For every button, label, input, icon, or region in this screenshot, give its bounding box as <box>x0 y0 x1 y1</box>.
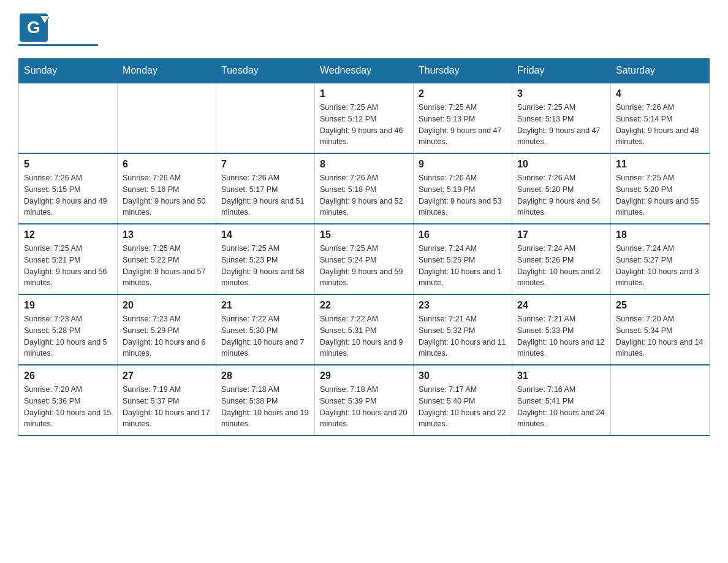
day-info: Daylight: 9 hours and 54 minutes. <box>517 196 605 219</box>
day-info: Sunset: 5:13 PM <box>419 113 507 125</box>
calendar-cell: 18Sunrise: 7:24 AMSunset: 5:27 PMDayligh… <box>611 224 710 294</box>
calendar-cell: 24Sunrise: 7:21 AMSunset: 5:33 PMDayligh… <box>512 294 611 365</box>
day-info: Sunset: 5:23 PM <box>221 255 309 266</box>
calendar-cell: 16Sunrise: 7:24 AMSunset: 5:25 PMDayligh… <box>414 224 512 294</box>
day-info: Sunrise: 7:19 AM <box>123 384 211 396</box>
calendar-cell: 9Sunrise: 7:26 AMSunset: 5:19 PMDaylight… <box>414 153 512 224</box>
day-info: Sunrise: 7:25 AM <box>24 243 112 255</box>
day-number: 27 <box>123 370 211 381</box>
day-number: 5 <box>24 159 112 170</box>
day-info: Daylight: 9 hours and 57 minutes. <box>123 266 211 289</box>
day-info: Sunset: 5:15 PM <box>24 184 112 196</box>
day-info: Sunset: 5:14 PM <box>616 113 704 125</box>
day-number: 16 <box>419 229 507 240</box>
day-info: Daylight: 10 hours and 19 minutes. <box>221 407 309 431</box>
day-info: Daylight: 9 hours and 46 minutes. <box>320 125 408 148</box>
day-info: Sunrise: 7:25 AM <box>221 243 309 255</box>
day-number: 6 <box>123 159 211 170</box>
day-info: Daylight: 9 hours and 47 minutes. <box>419 125 507 148</box>
calendar-cell: 14Sunrise: 7:25 AMSunset: 5:23 PMDayligh… <box>216 224 315 294</box>
day-info: Daylight: 10 hours and 20 minutes. <box>320 407 408 431</box>
calendar-cell: 2Sunrise: 7:25 AMSunset: 5:13 PMDaylight… <box>414 83 512 153</box>
calendar-cell: 8Sunrise: 7:26 AMSunset: 5:18 PMDaylight… <box>315 153 414 224</box>
day-info: Daylight: 9 hours and 55 minutes. <box>616 196 704 219</box>
calendar-cell: 10Sunrise: 7:26 AMSunset: 5:20 PMDayligh… <box>512 153 611 224</box>
day-info: Sunrise: 7:24 AM <box>517 243 605 255</box>
day-number: 17 <box>517 229 605 240</box>
day-info: Daylight: 10 hours and 17 minutes. <box>123 407 211 431</box>
calendar-cell: 4Sunrise: 7:26 AMSunset: 5:14 PMDaylight… <box>611 83 710 153</box>
calendar-cell: 28Sunrise: 7:18 AMSunset: 5:38 PMDayligh… <box>216 365 315 435</box>
day-info: Sunset: 5:31 PM <box>320 325 408 337</box>
day-info: Daylight: 10 hours and 14 minutes. <box>616 337 704 360</box>
day-info: Sunset: 5:17 PM <box>221 184 309 196</box>
day-number: 1 <box>320 88 408 99</box>
day-info: Sunrise: 7:21 AM <box>517 313 605 325</box>
day-info: Sunrise: 7:23 AM <box>123 313 211 325</box>
day-info: Sunset: 5:28 PM <box>24 325 112 337</box>
calendar-week-row: 19Sunrise: 7:23 AMSunset: 5:28 PMDayligh… <box>19 294 710 365</box>
day-number: 23 <box>419 300 507 311</box>
calendar-cell: 26Sunrise: 7:20 AMSunset: 5:36 PMDayligh… <box>19 365 118 435</box>
day-number: 15 <box>320 229 408 240</box>
day-number: 14 <box>221 229 309 240</box>
day-info: Daylight: 10 hours and 24 minutes. <box>517 407 605 431</box>
day-info: Sunset: 5:13 PM <box>517 113 605 125</box>
day-info: Sunrise: 7:26 AM <box>419 172 507 184</box>
day-info: Sunrise: 7:25 AM <box>616 172 704 184</box>
day-info: Sunrise: 7:17 AM <box>419 384 507 396</box>
calendar-day-header: Wednesday <box>315 59 414 83</box>
day-number: 31 <box>517 370 605 381</box>
calendar-day-header: Thursday <box>414 59 512 83</box>
day-info: Sunrise: 7:26 AM <box>517 172 605 184</box>
day-info: Sunrise: 7:24 AM <box>616 243 704 255</box>
day-number: 18 <box>616 229 704 240</box>
day-info: Daylight: 10 hours and 6 minutes. <box>123 337 211 360</box>
day-number: 13 <box>123 229 211 240</box>
page-header: G <box>18 12 710 46</box>
day-info: Sunset: 5:19 PM <box>419 184 507 196</box>
calendar-cell: 3Sunrise: 7:25 AMSunset: 5:13 PMDaylight… <box>512 83 611 153</box>
calendar-cell <box>118 83 216 153</box>
day-info: Sunrise: 7:25 AM <box>419 102 507 113</box>
day-info: Sunset: 5:40 PM <box>419 396 507 407</box>
calendar-cell: 22Sunrise: 7:22 AMSunset: 5:31 PMDayligh… <box>315 294 414 365</box>
day-info: Sunrise: 7:25 AM <box>123 243 211 255</box>
day-info: Daylight: 9 hours and 49 minutes. <box>24 196 112 219</box>
day-info: Sunrise: 7:20 AM <box>616 313 704 325</box>
calendar-table: SundayMondayTuesdayWednesdayThursdayFrid… <box>18 58 710 436</box>
logo: G <box>18 12 98 46</box>
day-info: Sunset: 5:29 PM <box>123 325 211 337</box>
day-number: 4 <box>616 88 704 99</box>
day-info: Sunrise: 7:20 AM <box>24 384 112 396</box>
day-info: Sunrise: 7:26 AM <box>320 172 408 184</box>
day-info: Daylight: 9 hours and 52 minutes. <box>320 196 408 219</box>
calendar-cell: 20Sunrise: 7:23 AMSunset: 5:29 PMDayligh… <box>118 294 216 365</box>
day-number: 20 <box>123 300 211 311</box>
logo-icon: G <box>18 12 49 43</box>
day-info: Sunset: 5:20 PM <box>517 184 605 196</box>
day-info: Sunset: 5:22 PM <box>123 255 211 266</box>
day-info: Sunset: 5:24 PM <box>320 255 408 266</box>
calendar-cell: 12Sunrise: 7:25 AMSunset: 5:21 PMDayligh… <box>19 224 118 294</box>
calendar-cell: 30Sunrise: 7:17 AMSunset: 5:40 PMDayligh… <box>414 365 512 435</box>
calendar-day-header: Saturday <box>611 59 710 83</box>
day-number: 29 <box>320 370 408 381</box>
day-info: Sunset: 5:12 PM <box>320 113 408 125</box>
day-number: 26 <box>24 370 112 381</box>
calendar-week-row: 12Sunrise: 7:25 AMSunset: 5:21 PMDayligh… <box>19 224 710 294</box>
day-number: 28 <box>221 370 309 381</box>
day-number: 19 <box>24 300 112 311</box>
day-number: 22 <box>320 300 408 311</box>
day-info: Sunset: 5:30 PM <box>221 325 309 337</box>
day-info: Sunset: 5:27 PM <box>616 255 704 266</box>
day-info: Daylight: 9 hours and 48 minutes. <box>616 125 704 148</box>
day-info: Sunrise: 7:26 AM <box>616 102 704 113</box>
day-info: Daylight: 10 hours and 2 minutes. <box>517 266 605 289</box>
day-info: Sunrise: 7:22 AM <box>221 313 309 325</box>
day-info: Daylight: 9 hours and 59 minutes. <box>320 266 408 289</box>
day-info: Sunset: 5:25 PM <box>419 255 507 266</box>
day-info: Daylight: 10 hours and 9 minutes. <box>320 337 408 360</box>
calendar-cell: 17Sunrise: 7:24 AMSunset: 5:26 PMDayligh… <box>512 224 611 294</box>
day-info: Sunrise: 7:25 AM <box>320 243 408 255</box>
